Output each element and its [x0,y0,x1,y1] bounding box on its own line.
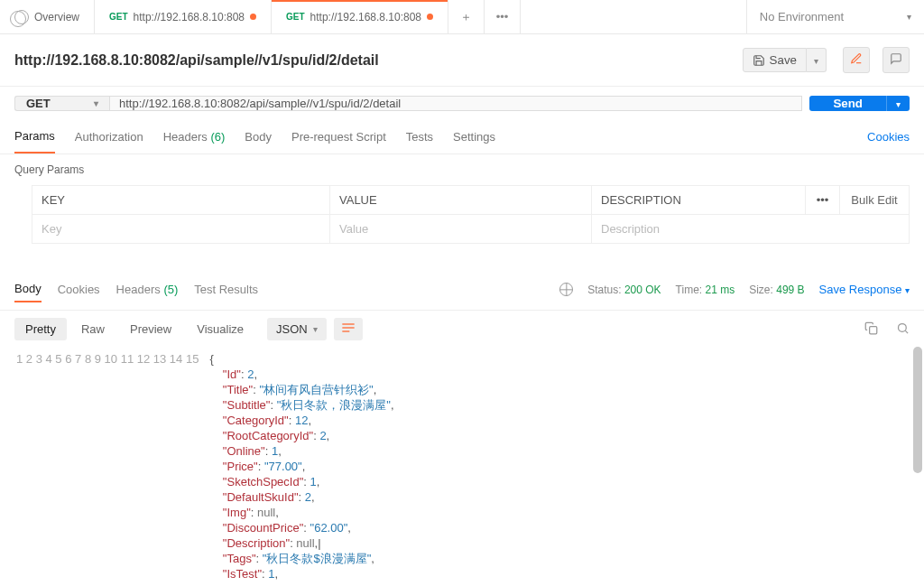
url-input[interactable]: http://192.168.8.10:8082/api/sample//v1/… [109,96,802,111]
tab-headers[interactable]: Headers (6) [163,121,226,153]
key-input[interactable]: Key [32,214,330,243]
new-tab-button[interactable]: ＋ [448,0,485,33]
wrap-icon [341,321,356,334]
tab-label: Overview [34,11,79,23]
method-select[interactable]: GET ▾ [14,96,109,111]
svg-rect-3 [870,326,877,333]
request-header: http://192.168.8.10:8082/api/sample//v1/… [0,34,924,87]
tab-overview[interactable]: Overview [0,0,95,33]
tab-request-1[interactable]: GET http://192.168.8.10:808 [95,0,272,33]
tab-prerequest[interactable]: Pre-request Script [291,121,386,153]
tab-request-2[interactable]: GET http://192.168.8.10:808 [272,0,448,33]
floppy-icon [753,54,765,67]
col-key: KEY [32,186,330,214]
col-value: VALUE [330,186,592,214]
cookies-link[interactable]: Cookies [867,130,910,144]
chevron-down-icon: ▾ [313,324,318,334]
search-icon [896,321,910,335]
resp-tab-body[interactable]: Body [14,276,42,302]
save-button[interactable]: Save [743,48,807,72]
response-view-bar: Pretty Raw Preview Visualize JSON▾ [0,311,924,348]
resp-tab-tests[interactable]: Test Results [194,277,258,302]
line-gutter: 1 2 3 4 5 6 7 8 9 10 11 12 13 14 15 [0,351,209,581]
send-button[interactable]: Send [809,96,886,111]
query-params-title: Query Params [0,154,924,185]
svg-line-5 [905,330,908,333]
value-input[interactable]: Value [330,214,592,243]
send-dropdown[interactable]: ▾ [886,96,910,111]
response-status: Status: 200 OK Time: 21 ms Size: 499 B S… [559,283,910,296]
dirty-dot-icon [427,14,433,20]
tab-params[interactable]: Params [14,120,55,153]
request-title: http://192.168.8.10:8082/api/sample//v1/… [14,52,734,69]
table-row[interactable]: Key Value Description [32,214,909,243]
url-row: GET ▾ http://192.168.8.10:8082/api/sampl… [0,87,924,120]
svg-point-4 [899,323,907,331]
bulk-edit-button[interactable]: Bulk Edit [840,186,909,214]
resp-tab-cookies[interactable]: Cookies [58,277,100,302]
view-pretty[interactable]: Pretty [14,318,67,340]
view-raw[interactable]: Raw [70,318,116,340]
query-params-table: KEY VALUE DESCRIPTION ••• Bulk Edit Key … [32,185,910,244]
tab-label: http://192.168.8.10:808 [310,11,421,23]
tab-settings[interactable]: Settings [453,121,495,153]
dirty-dot-icon [250,14,256,20]
code-content: { "Id": 2, "Title": "林间有风自营针织衫", "Subtit… [209,351,393,581]
wrap-lines-button[interactable] [334,318,363,340]
window-tabs: Overview GET http://192.168.8.10:808 GET… [0,0,924,34]
view-preview[interactable]: Preview [119,318,182,340]
environment-select[interactable]: No Environment ▾ [746,0,924,33]
description-input[interactable]: Description [592,214,909,243]
comment-icon [890,52,902,65]
resp-tab-headers[interactable]: Headers (5) [116,277,179,302]
save-response-button[interactable]: Save Response ▾ [819,283,910,296]
request-tabs: Params Authorization Headers (6) Body Pr… [0,120,924,154]
save-label: Save [770,53,797,67]
col-more-button[interactable]: ••• [806,186,840,214]
response-body[interactable]: 1 2 3 4 5 6 7 8 9 10 11 12 13 14 15 { "I… [0,348,924,581]
tab-authorization[interactable]: Authorization [75,121,143,153]
comment-button[interactable] [882,47,910,73]
col-description: DESCRIPTION [592,186,806,214]
url-value: http://192.168.8.10:8082/api/sample//v1/… [119,97,401,110]
search-button[interactable] [896,321,910,338]
method-value: GET [26,97,51,110]
tab-body[interactable]: Body [245,121,272,153]
view-visualize[interactable]: Visualize [186,318,254,340]
copy-button[interactable] [864,321,878,338]
tab-tests[interactable]: Tests [406,121,433,153]
chevron-down-icon: ▾ [94,98,98,108]
chevron-down-icon: ▾ [907,12,911,22]
tab-overflow-button[interactable]: ••• [485,0,521,33]
pencil-icon [850,52,863,65]
environment-label: No Environment [760,10,844,23]
chevron-down-icon: ▾ [905,285,910,295]
method-badge: GET [286,12,305,22]
format-select[interactable]: JSON▾ [267,318,327,340]
chevron-down-icon: ▾ [896,99,901,109]
edit-button[interactable] [843,47,870,73]
send-label: Send [833,97,863,110]
save-dropdown[interactable]: ▾ [807,48,827,72]
scroll-thumb[interactable] [913,347,922,473]
method-badge: GET [109,12,128,22]
globe-icon[interactable] [559,283,573,296]
chevron-down-icon: ▾ [814,56,818,66]
copy-icon [864,321,878,335]
response-tabs: Body Cookies Headers (5) Test Results St… [0,269,924,311]
tab-label: http://192.168.8.10:808 [134,11,245,23]
scrollbar[interactable] [913,347,922,582]
overview-icon [14,10,29,24]
